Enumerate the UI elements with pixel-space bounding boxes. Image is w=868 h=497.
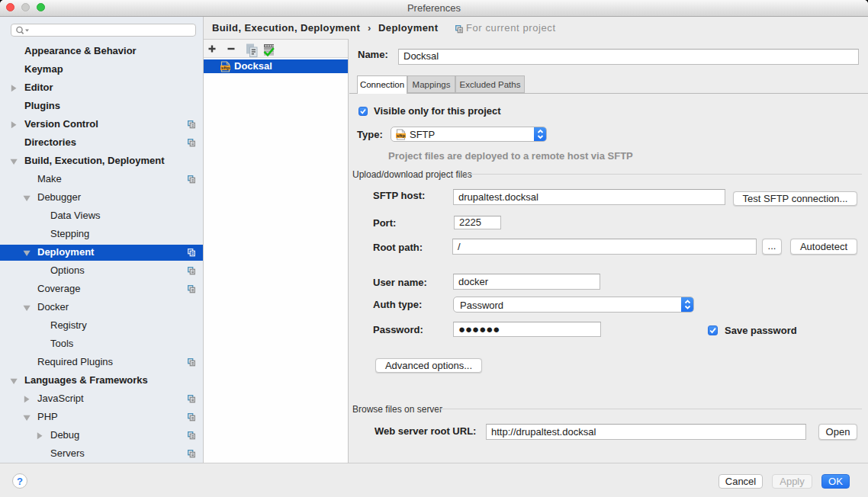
svg-text:sftp: sftp bbox=[221, 64, 230, 69]
svg-text:sftp: sftp bbox=[397, 133, 406, 138]
